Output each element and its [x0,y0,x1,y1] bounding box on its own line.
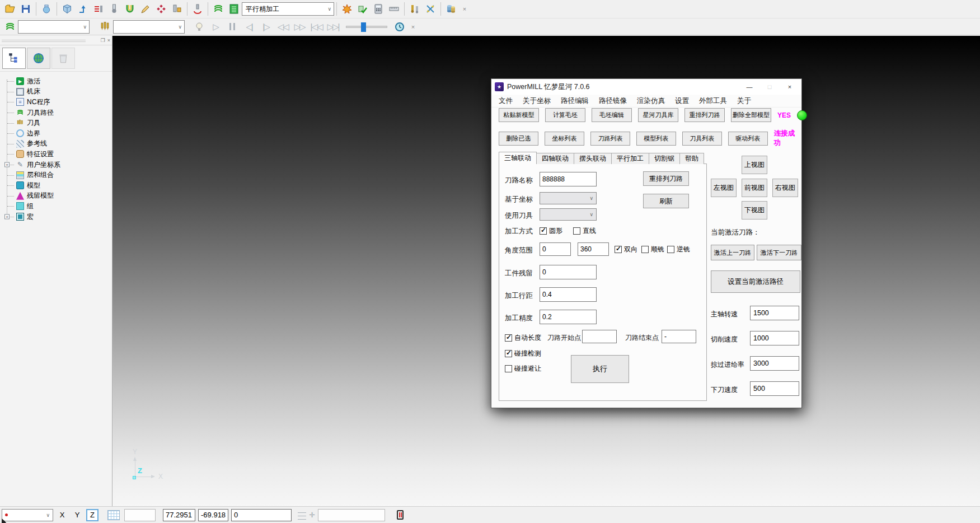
coord-list-button[interactable]: 坐标列表 [545,132,584,146]
tree-item-feature-sets[interactable]: 特征设置 [4,149,112,160]
play-icon[interactable]: ▷ [207,22,224,32]
based-coord-select[interactable]: ∨ [540,192,597,204]
plunge-speed-input[interactable] [750,381,799,396]
rapid-move-icon[interactable] [75,2,91,16]
dialog-titlebar[interactable]: ★ PowerMILL 忆梦星河 7.0.6 — □ × [491,79,801,95]
verify-toolpath-icon[interactable] [355,2,371,16]
mode-circle-checkbox[interactable]: 圆形 [540,226,562,236]
tree-item-levels-sets[interactable]: 层和组合 [4,170,112,180]
compute-stock-button[interactable]: 计算毛坯 [545,108,585,122]
tab-4axis[interactable]: 四轴联动 [536,153,574,164]
checkbox-icon[interactable] [505,365,512,372]
tab-help[interactable]: 帮助 [679,153,704,164]
step-back-icon[interactable]: ◁| [241,22,257,32]
toolpath-arc-icon[interactable] [190,2,205,16]
use-tool-select[interactable]: ∨ [540,208,597,221]
climb-mill-checkbox[interactable]: 顺铣 [641,245,664,254]
model-list-button[interactable]: 模型列表 [636,132,676,146]
create-block-icon[interactable] [59,2,75,16]
menu-about[interactable]: 关于 [732,96,756,106]
menu-path-edit[interactable]: 路径编辑 [556,96,594,106]
favorite-tool-icon[interactable] [339,2,355,16]
maximize-button[interactable]: □ [761,81,778,93]
bidirectional-checkbox[interactable]: 双向 [615,245,637,254]
open-file-icon[interactable] [2,2,18,16]
menu-render-simulation[interactable]: 渲染仿真 [632,96,670,106]
auto-length-checkbox[interactable]: 自动长度 [505,333,541,343]
activate-next-toolpath-button[interactable]: 激活下一刀路 [757,245,801,260]
tool-library-button[interactable]: 星河刀具库 [638,108,678,122]
tool-list-button[interactable]: 刀具列表 [682,132,722,146]
drive-list-button[interactable]: 驱动列表 [728,132,768,146]
create-points-icon[interactable] [153,2,169,16]
angle-from-input[interactable] [540,242,571,256]
tool-holder-icon[interactable] [122,2,138,16]
checkbox-icon[interactable] [615,246,622,253]
swap-items-icon[interactable] [423,2,438,16]
menu-path-mirror[interactable]: 路径镜像 [594,96,632,106]
execute-button[interactable]: 执行 [571,355,629,383]
tool-pair-icon[interactable] [407,2,423,16]
strategy-list-icon[interactable] [226,2,242,16]
tree-item-workplanes[interactable]: + ✎ 用户坐标系 [4,160,112,170]
checkbox-icon[interactable] [505,334,512,342]
tab-recycle-bin[interactable] [51,48,75,69]
measure-icon[interactable] [386,2,402,16]
cutting-speed-input[interactable] [750,331,799,345]
view-front-button[interactable]: 前视图 [742,179,767,197]
toolpath-name-input[interactable] [540,172,597,186]
close-toolbar-icon[interactable]: × [459,3,470,15]
minimize-button[interactable]: — [741,81,758,93]
mode-line-checkbox[interactable]: 直线 [573,226,596,236]
rewind-icon[interactable]: ◁◁ [274,22,291,32]
tab-tilt-head[interactable]: 摆头联动 [574,153,612,164]
skip-end-icon[interactable]: ▷▷| [325,22,341,32]
rearrange-button[interactable]: 重排列刀路 [643,171,689,186]
collision-check-checkbox[interactable]: 碰撞检测 [505,349,541,358]
view-top-button[interactable]: 上视图 [742,156,767,174]
fast-forward-icon[interactable]: ▷▷ [291,22,308,32]
stepover-input[interactable] [540,287,597,302]
tree-item-macros[interactable]: + 宏 [4,212,112,222]
angle-to-input[interactable] [578,242,609,256]
machining-strategy-dropdown[interactable]: 平行精加工 ∨ [242,2,334,16]
collision-avoid-checkbox[interactable]: 碰撞避让 [505,364,541,373]
tab-explorer[interactable] [2,48,26,69]
tab-saw[interactable]: 切割锯 [649,153,680,164]
grid-size-field[interactable] [124,509,156,521]
stock-allowance-input[interactable] [540,265,597,279]
delete-all-models-button[interactable]: 删除全部模型 [731,108,771,122]
save-icon[interactable] [18,2,34,16]
clock-icon[interactable] [392,20,407,34]
close-toolbar-icon[interactable]: × [407,21,419,32]
conventional-mill-checkbox[interactable]: 逆铣 [667,245,690,254]
checkbox-icon[interactable] [667,246,674,253]
menu-settings[interactable]: 设置 [670,96,694,106]
view-left-button[interactable]: 左视图 [711,179,737,197]
measure-field[interactable] [318,509,385,521]
delete-selected-button[interactable]: 删除已选 [499,132,538,146]
set-active-path-button[interactable]: 设置当前激活路径 [711,270,800,293]
toolpath-select-dropdown[interactable]: ∨ [18,20,90,34]
start-point-input[interactable] [582,330,617,343]
spindle-speed-input[interactable] [750,306,799,320]
rearrange-toolpaths-button[interactable]: 重排列刀路 [684,108,725,122]
menu-external-tools[interactable]: 外部工具 [694,96,732,106]
end-point-input[interactable] [662,330,696,343]
view-right-button[interactable]: 右视图 [772,179,798,197]
menu-file[interactable]: 文件 [494,96,518,106]
tab-views[interactable] [27,48,50,69]
tree-item-tools[interactable]: 刀具 [4,118,112,128]
tree-item-groups[interactable]: 组 [4,201,112,212]
view-bottom-button[interactable]: 下视图 [742,201,767,220]
tree-item-toolpaths[interactable]: 刀具路径 [4,108,112,118]
checkbox-icon[interactable] [641,246,649,253]
device-status-icon[interactable] [397,510,404,520]
pause-icon[interactable] [224,22,241,32]
checkbox-icon[interactable] [573,227,580,235]
tree-item-patterns[interactable]: 参考线 [4,139,112,150]
lightbulb-icon[interactable] [191,20,207,34]
axis-y-button[interactable]: Y [71,509,83,521]
tree-item-activate[interactable]: ▶ 激活 [4,76,112,87]
slider-thumb[interactable] [361,22,366,32]
